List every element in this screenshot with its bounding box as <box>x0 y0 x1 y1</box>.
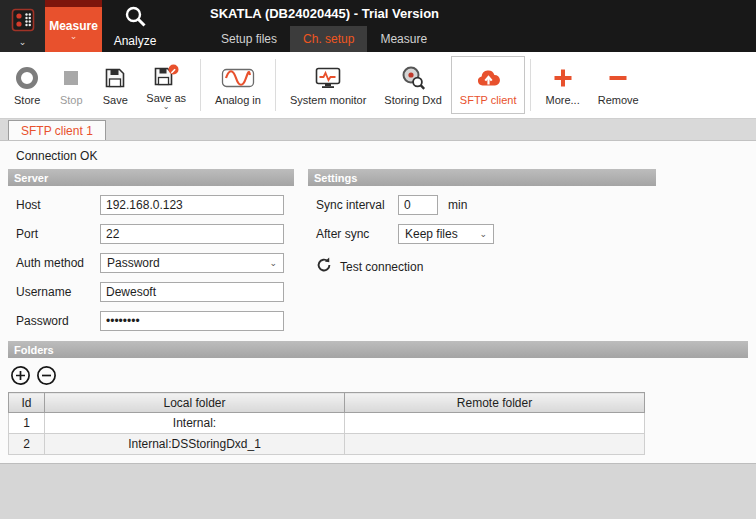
username-label: Username <box>16 285 100 299</box>
toolbar-separator <box>200 59 201 111</box>
row-id-cell: 2 <box>9 434 45 455</box>
chevron-down-icon: ⌄ <box>19 39 27 45</box>
title-row: SKATLA (DB24020445) - Trial Version <box>168 0 756 26</box>
analog-in-icon <box>221 64 255 92</box>
remove-button[interactable]: Remove <box>589 56 648 114</box>
remove-folder-button[interactable] <box>36 365 57 386</box>
tab-measure[interactable]: Measure <box>367 26 440 52</box>
username-row: Username <box>16 282 294 302</box>
host-label: Host <box>16 198 100 212</box>
save-as-button[interactable]: Save as ⌄ <box>137 56 195 114</box>
chevron-down-icon: ⌄ <box>479 229 487 239</box>
folders-table-header: Id Local folder Remote folder <box>9 393 645 413</box>
window-title: SKATLA (DB24020445) - Trial Version <box>210 6 439 21</box>
remote-folder-cell[interactable] <box>345 434 645 455</box>
port-input[interactable] <box>100 224 284 244</box>
app-window: ⌄ Measure ⌄ Analyze SKATLA (DB24020445) … <box>0 0 756 519</box>
tab-setup-files[interactable]: Setup files <box>208 26 290 52</box>
host-row: Host <box>16 195 294 215</box>
chevron-down-icon: ⌄ <box>163 104 170 109</box>
password-row: Password <box>16 311 294 331</box>
column-header-local-folder[interactable]: Local folder <box>45 393 345 413</box>
port-row: Port <box>16 224 294 244</box>
refresh-icon <box>316 257 332 277</box>
chevron-down-icon: ⌄ <box>269 258 277 268</box>
toolbar-separator <box>275 59 276 111</box>
column-header-remote-folder[interactable]: Remote folder <box>345 393 645 413</box>
column-header-id[interactable]: Id <box>9 393 45 413</box>
after-sync-value: Keep files <box>405 227 458 241</box>
toolbar-separator <box>530 59 531 111</box>
app-menu-button[interactable]: ⌄ <box>0 0 45 52</box>
username-input[interactable] <box>100 282 284 302</box>
server-group-header: Server <box>8 169 294 186</box>
tab-ch-setup[interactable]: Ch. setup <box>290 26 367 52</box>
more-button[interactable]: More... <box>536 56 588 114</box>
after-sync-select[interactable]: Keep files ⌄ <box>398 224 494 244</box>
analog-in-button[interactable]: Analog in <box>206 56 270 114</box>
system-monitor-icon <box>314 64 342 92</box>
sync-interval-label: Sync interval <box>316 198 398 212</box>
footer-area <box>0 463 756 519</box>
after-sync-label: After sync <box>316 227 398 241</box>
settings-columns: Server Host Port Auth method Password ⌄ <box>8 169 748 331</box>
settings-group-header: Settings <box>308 169 656 186</box>
folders-group-header: Folders <box>8 341 748 358</box>
storing-dxd-button[interactable]: Storing Dxd <box>375 56 450 114</box>
test-connection-label: Test connection <box>340 260 423 274</box>
measure-mode-button[interactable]: Measure ⌄ <box>45 0 102 52</box>
save-as-icon <box>153 62 179 90</box>
analyze-mode-label: Analyze <box>114 34 157 48</box>
auth-method-row: Auth method Password ⌄ <box>16 253 294 273</box>
remote-folder-cell[interactable] <box>345 413 645 434</box>
setup-tabs: Setup files Ch. setup Measure <box>168 26 756 52</box>
sftp-setup-panel: Connection OK Server Host Port Auth meth… <box>0 141 756 519</box>
analyze-mode-button[interactable]: Analyze <box>102 0 168 52</box>
search-icon <box>124 5 147 32</box>
connection-status: Connection OK <box>8 141 748 169</box>
save-icon <box>103 64 127 92</box>
stop-icon <box>61 64 81 92</box>
row-id-cell: 1 <box>9 413 45 434</box>
add-folder-button[interactable] <box>10 365 31 386</box>
cloud-upload-icon <box>475 64 502 92</box>
storing-indicator-stripe <box>45 0 102 7</box>
save-button[interactable]: Save <box>93 56 137 114</box>
minus-icon <box>607 64 629 92</box>
system-monitor-button[interactable]: System monitor <box>281 56 375 114</box>
store-button[interactable]: Store <box>5 56 49 114</box>
top-bar: ⌄ Measure ⌄ Analyze SKATLA (DB24020445) … <box>0 0 756 52</box>
minus-circle-icon <box>36 365 57 386</box>
sync-interval-unit: min <box>448 198 467 212</box>
settings-group: Settings Sync interval min After sync Ke… <box>308 169 656 331</box>
password-label: Password <box>16 314 100 328</box>
stop-button[interactable]: Stop <box>49 56 93 114</box>
local-folder-cell[interactable]: Internal: <box>45 413 345 434</box>
table-row: 1 Internal: <box>9 413 645 434</box>
plus-circle-icon <box>10 365 31 386</box>
topbar-main: SKATLA (DB24020445) - Trial Version Setu… <box>168 0 756 52</box>
tab-sftp-client-1[interactable]: SFTP client 1 <box>8 120 106 140</box>
password-input[interactable] <box>100 311 284 331</box>
auth-method-label: Auth method <box>16 256 100 270</box>
storing-dxd-icon <box>400 64 426 92</box>
plus-icon <box>552 64 574 92</box>
plugin-tab-strip: SFTP client 1 <box>0 119 756 141</box>
sync-interval-input[interactable] <box>398 195 438 215</box>
sync-interval-row: Sync interval min <box>316 195 656 215</box>
host-input[interactable] <box>100 195 284 215</box>
after-sync-row: After sync Keep files ⌄ <box>316 224 656 244</box>
table-row: 2 Internal:DSStoringDxd_1 <box>9 434 645 455</box>
device-icon <box>11 8 35 38</box>
server-group: Server Host Port Auth method Password ⌄ <box>8 169 294 331</box>
chevron-down-icon: ⌄ <box>70 33 78 40</box>
auth-method-value: Password <box>107 256 160 270</box>
local-folder-cell[interactable]: Internal:DSStoringDxd_1 <box>45 434 345 455</box>
test-connection-button[interactable]: Test connection <box>316 257 656 277</box>
sftp-client-button[interactable]: SFTP client <box>451 56 526 114</box>
store-icon <box>14 64 40 92</box>
folder-actions <box>8 358 748 392</box>
port-label: Port <box>16 227 100 241</box>
auth-method-select[interactable]: Password ⌄ <box>100 253 284 273</box>
toolbar: Store Stop Save <box>0 52 756 119</box>
